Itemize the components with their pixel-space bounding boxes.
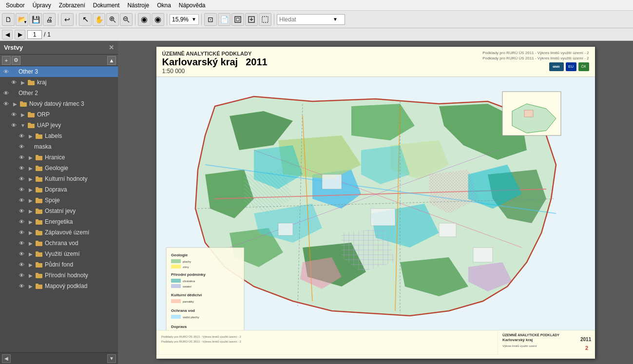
fit-button[interactable]: ⊡ bbox=[204, 13, 217, 26]
next-page-button[interactable]: ▶ bbox=[15, 30, 25, 39]
layer-expand-uap-jevy[interactable]: ▼ bbox=[19, 122, 26, 129]
layer-expand-vyuziti-uzemi[interactable]: ▶ bbox=[27, 250, 34, 257]
new-button[interactable]: 🗋 bbox=[2, 13, 15, 26]
layer-visibility-uap-jevy[interactable]: 👁 bbox=[10, 121, 18, 129]
layer-expand-kraj[interactable]: ▶ bbox=[19, 79, 26, 86]
svg-text:Kulturní dědictví: Kulturní dědictví bbox=[171, 293, 202, 297]
save-button[interactable]: 💾 bbox=[29, 13, 42, 26]
layer-visibility-pudni-fond[interactable]: 👁 bbox=[18, 261, 25, 268]
layer-visibility-hranice[interactable]: 👁 bbox=[18, 153, 25, 161]
cursor-button[interactable]: ↖ bbox=[79, 13, 92, 26]
page-number-input[interactable] bbox=[27, 30, 42, 39]
layer-expand-orp[interactable]: ▶ bbox=[19, 111, 26, 118]
layer-visibility-ostatni-jevy[interactable]: 👁 bbox=[18, 207, 25, 215]
layer-item-zaplavove-uzemi[interactable]: 👁▶Záplavové území bbox=[0, 227, 118, 238]
menu-zobrazeni[interactable]: Zobrazení bbox=[55, 1, 89, 10]
layer-visibility-kulturni-hodnoty[interactable]: 👁 bbox=[18, 175, 25, 183]
map-area[interactable]: ÚZEMNĚ ANALYTICKÉ PODKLADY Karlovarský k… bbox=[118, 41, 633, 364]
layer-item-ochrana-vod[interactable]: 👁▶Ochrana vod bbox=[0, 238, 118, 249]
layer-expand-labels[interactable]: ▶ bbox=[27, 133, 34, 139]
hand-button[interactable]: ✋ bbox=[93, 13, 105, 26]
layer-visibility-kraj[interactable]: 👁 bbox=[10, 78, 18, 86]
layer-item-spoje[interactable]: 👁▶Spoje bbox=[0, 195, 118, 206]
layer-item-uap-jevy[interactable]: 👁▼UAP jevy bbox=[0, 120, 118, 131]
layer-expand-zaplavove-uzemi[interactable]: ▶ bbox=[27, 229, 34, 236]
layer-visibility-novy-datovy-ramec[interactable]: 👁 bbox=[2, 100, 10, 108]
menu-dokument[interactable]: Dokument bbox=[89, 1, 124, 10]
layer-item-other3[interactable]: 👁Other 3 bbox=[0, 66, 118, 77]
layer-expand-doprava[interactable]: ▶ bbox=[27, 186, 34, 193]
map-image[interactable]: Geologie plochy zóny Přírodní podmínky c… bbox=[156, 77, 595, 355]
layer-visibility-other2[interactable]: 👁 bbox=[2, 89, 10, 97]
menu-napoveda[interactable]: Nápověda bbox=[175, 1, 210, 10]
layer-expand-spoje[interactable]: ▶ bbox=[27, 197, 34, 204]
layer-visibility-maska[interactable]: 👁 bbox=[18, 143, 25, 151]
layer-item-doprava[interactable]: 👁▶Doprava bbox=[0, 184, 118, 195]
layer-item-geologie[interactable]: 👁▶Geologie bbox=[0, 163, 118, 173]
layer-visibility-orp[interactable]: 👁 bbox=[10, 111, 18, 118]
layers-add-button[interactable]: + bbox=[2, 56, 11, 65]
layers-scroll-down[interactable]: ▼ bbox=[107, 354, 116, 363]
layer-item-maska[interactable]: 👁maska bbox=[0, 141, 118, 152]
layer-visibility-labels[interactable]: 👁 bbox=[18, 132, 25, 140]
layer-item-labels[interactable]: 👁▶Labels bbox=[0, 131, 118, 141]
view1-button[interactable]: ◉ bbox=[138, 13, 151, 26]
layer-item-prirodni-hodnoty[interactable]: 👁▶Přírodní hodnoty bbox=[0, 270, 118, 281]
layer-item-pudni-fond[interactable]: 👁▶Půdní fond bbox=[0, 259, 118, 270]
export-button[interactable] bbox=[245, 13, 258, 26]
undo-button[interactable]: ↩ bbox=[61, 13, 74, 26]
layer-visibility-other3[interactable]: 👁 bbox=[2, 68, 10, 76]
layer-item-mapovy-podklad[interactable]: 👁▶Mapový podklad bbox=[0, 281, 118, 291]
layer-expand-prirodni-hodnoty[interactable]: ▶ bbox=[27, 272, 34, 279]
zoom-in-button[interactable] bbox=[106, 13, 119, 26]
layer-item-orp[interactable]: 👁▶ORP bbox=[0, 109, 118, 120]
layer-item-other2[interactable]: 👁Other 2 bbox=[0, 88, 118, 98]
layers-panel-close[interactable]: ✕ bbox=[109, 44, 114, 51]
layer-expand-pudni-fond[interactable]: ▶ bbox=[27, 261, 34, 268]
layer-item-hranice[interactable]: 👁▶Hranice bbox=[0, 152, 118, 163]
search-box[interactable]: ▼ bbox=[277, 14, 345, 25]
menu-upravy[interactable]: Úpravy bbox=[29, 1, 55, 10]
layer-item-energetika[interactable]: 👁▶Energetika bbox=[0, 216, 118, 227]
zoom-display[interactable]: 15,9% ▼ bbox=[170, 14, 199, 25]
layer-visibility-vyuziti-uzemi[interactable]: 👁 bbox=[18, 250, 25, 258]
layer-item-kulturni-hodnoty[interactable]: 👁▶Kulturní hodnoty bbox=[0, 173, 118, 184]
layer-expand-geologie[interactable]: ▶ bbox=[27, 165, 34, 172]
layers-bottom-btn1[interactable]: ◀ bbox=[2, 354, 11, 363]
layer-visibility-doprava[interactable]: 👁 bbox=[18, 186, 25, 193]
layer-expand-hranice[interactable]: ▶ bbox=[27, 154, 34, 161]
print-button[interactable]: 🖨 bbox=[43, 13, 56, 26]
layer-expand-energetika[interactable]: ▶ bbox=[27, 218, 34, 225]
search-input[interactable] bbox=[279, 16, 333, 23]
layer-visibility-energetika[interactable]: 👁 bbox=[18, 218, 25, 226]
layer-expand-kulturni-hodnoty[interactable]: ▶ bbox=[27, 175, 34, 182]
layer-visibility-prirodni-hodnoty[interactable]: 👁 bbox=[18, 271, 25, 279]
menu-soubor[interactable]: Soubor bbox=[2, 1, 29, 10]
layer-expand-mapovy-podklad[interactable]: ▶ bbox=[27, 283, 34, 289]
prev-page-button[interactable]: ◀ bbox=[2, 30, 13, 39]
zoom-dropdown-icon[interactable]: ▼ bbox=[192, 17, 196, 22]
layer-visibility-mapovy-podklad[interactable]: 👁 bbox=[18, 282, 25, 290]
page-button[interactable]: 📄 bbox=[218, 13, 230, 26]
layer-expand-ostatni-jevy[interactable]: ▶ bbox=[27, 208, 34, 214]
layer-visibility-spoje[interactable]: 👁 bbox=[18, 196, 25, 204]
layer-visibility-zaplavove-uzemi[interactable]: 👁 bbox=[18, 229, 25, 236]
menu-nastroje[interactable]: Nástroje bbox=[123, 1, 153, 10]
select-button[interactable] bbox=[259, 13, 271, 26]
open-button[interactable]: 📂 ▼ bbox=[16, 13, 28, 26]
search-dropdown-icon[interactable]: ▼ bbox=[333, 17, 338, 22]
layers-settings-button[interactable]: ⚙ bbox=[12, 56, 20, 65]
layer-item-vyuziti-uzemi[interactable]: 👁▶Využití území bbox=[0, 249, 118, 259]
zoom-out-button[interactable] bbox=[120, 13, 133, 26]
frame-button[interactable] bbox=[231, 13, 244, 26]
layer-visibility-geologie[interactable]: 👁 bbox=[18, 164, 25, 172]
view2-button[interactable]: ◉ bbox=[152, 13, 164, 26]
layer-item-ostatni-jevy[interactable]: 👁▶Ostatní jevy bbox=[0, 206, 118, 216]
layer-expand-ochrana-vod[interactable]: ▶ bbox=[27, 240, 34, 247]
layer-item-novy-datovy-ramec[interactable]: 👁▶Nový datový rámec 3 bbox=[0, 98, 118, 109]
layer-item-kraj[interactable]: 👁▶kraj bbox=[0, 77, 118, 88]
layers-scroll-up[interactable]: ▲ bbox=[107, 56, 116, 65]
menu-okna[interactable]: Okna bbox=[153, 1, 175, 10]
layer-expand-novy-datovy-ramec[interactable]: ▶ bbox=[12, 100, 19, 107]
layer-visibility-ochrana-vod[interactable]: 👁 bbox=[18, 239, 25, 247]
